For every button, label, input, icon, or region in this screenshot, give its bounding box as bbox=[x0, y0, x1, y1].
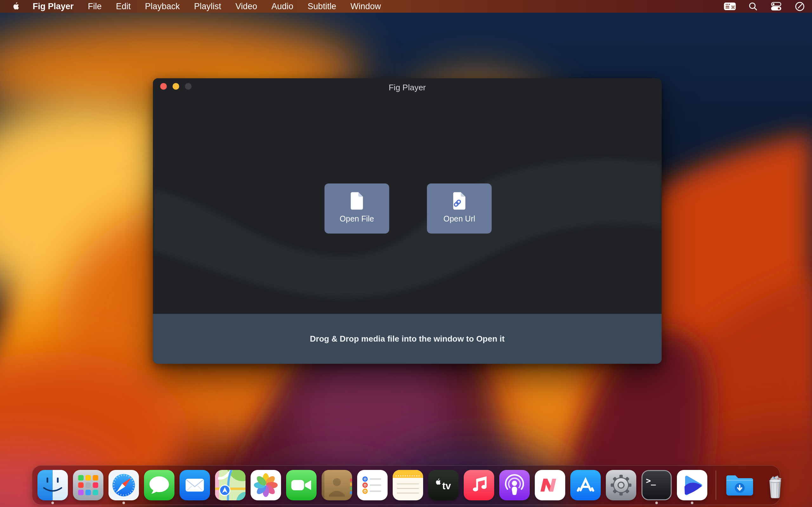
link-document-icon bbox=[452, 191, 467, 210]
dock-maps-icon[interactable] bbox=[215, 470, 246, 500]
svg-text:tv: tv bbox=[442, 481, 451, 492]
dock-photos-icon[interactable] bbox=[251, 470, 281, 500]
active-app-name[interactable]: Fig Player bbox=[33, 2, 73, 11]
menu-file[interactable]: File bbox=[88, 2, 102, 11]
dock-divider bbox=[716, 470, 716, 500]
search-icon[interactable] bbox=[748, 2, 758, 11]
control-center-icon[interactable] bbox=[770, 2, 782, 11]
menu-edit[interactable]: Edit bbox=[116, 2, 131, 11]
drop-hint-text: Drog & Drop media file into the window t… bbox=[310, 334, 505, 344]
desktop: Fig Player File Edit Playback Playlist V… bbox=[0, 0, 812, 507]
dock-fig-player-icon[interactable] bbox=[677, 470, 707, 500]
menu-playlist[interactable]: Playlist bbox=[194, 2, 221, 11]
dock-contacts-icon[interactable] bbox=[322, 470, 352, 500]
dock-system-settings-icon[interactable] bbox=[606, 470, 636, 500]
dock-trash-icon[interactable] bbox=[760, 470, 791, 500]
apple-icon bbox=[11, 1, 19, 10]
open-file-button[interactable]: Open File bbox=[324, 183, 389, 233]
dock-mail-icon[interactable] bbox=[180, 470, 210, 500]
menu-bar-status-area: ⌘ bbox=[723, 1, 805, 12]
dock-facetime-icon[interactable] bbox=[286, 470, 316, 500]
window-content: Fig Player Open File Open bbox=[153, 78, 662, 314]
menu-video[interactable]: Video bbox=[235, 2, 257, 11]
menu-audio[interactable]: Audio bbox=[271, 2, 293, 11]
dock-terminal-icon[interactable]: >_ bbox=[641, 470, 672, 500]
menu-list: File Edit Playback Playlist Video Audio … bbox=[88, 2, 381, 11]
window-title: Fig Player bbox=[153, 78, 662, 97]
decorative-wave bbox=[153, 78, 662, 314]
fig-player-window: Fig Player Open File Open bbox=[153, 78, 662, 364]
menu-playback[interactable]: Playback bbox=[145, 2, 180, 11]
svg-text:⌘: ⌘ bbox=[731, 5, 735, 10]
dock-podcasts-icon[interactable] bbox=[499, 470, 530, 500]
clock-icon[interactable] bbox=[795, 1, 805, 12]
dock-music-icon[interactable] bbox=[464, 470, 494, 500]
dock-notes-icon[interactable] bbox=[393, 470, 423, 500]
dock: tv bbox=[32, 465, 780, 505]
open-url-label: Open Url bbox=[444, 214, 475, 223]
menu-subtitle[interactable]: Subtitle bbox=[308, 2, 336, 11]
dock-apple-tv-icon[interactable]: tv bbox=[428, 470, 459, 500]
dock-safari-icon[interactable] bbox=[108, 470, 139, 500]
apple-menu[interactable] bbox=[11, 1, 19, 12]
window-titlebar[interactable]: Fig Player bbox=[153, 78, 662, 97]
dock-reminders-icon[interactable] bbox=[357, 470, 388, 500]
dock-messages-icon[interactable] bbox=[144, 470, 174, 500]
dock-news-icon[interactable] bbox=[535, 470, 565, 500]
menu-bar: Fig Player File Edit Playback Playlist V… bbox=[0, 0, 812, 13]
drop-zone-bar[interactable]: Drog & Drop media file into the window t… bbox=[153, 314, 662, 364]
svg-text:>_: >_ bbox=[646, 476, 656, 486]
open-file-label: Open File bbox=[340, 214, 374, 223]
dock-app-store-icon[interactable] bbox=[570, 470, 601, 500]
menu-window[interactable]: Window bbox=[351, 2, 381, 11]
dock-finder-icon[interactable] bbox=[38, 470, 68, 500]
dock-downloads-folder-icon[interactable] bbox=[724, 470, 755, 500]
file-document-icon bbox=[349, 191, 364, 210]
open-url-button[interactable]: Open Url bbox=[427, 183, 492, 233]
keyboard-input-icon[interactable]: ⌘ bbox=[723, 2, 736, 11]
dock-launchpad-icon[interactable] bbox=[73, 470, 103, 500]
